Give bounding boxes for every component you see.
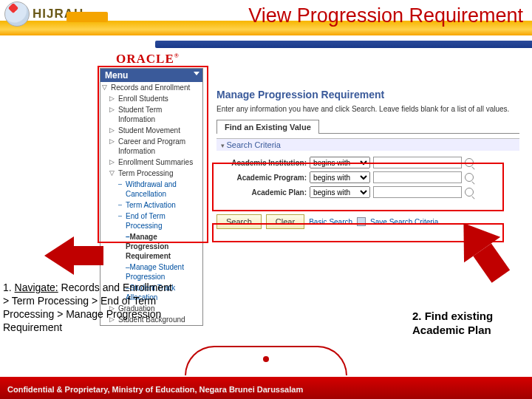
menu-item-5[interactable]: Enrollment Summaries	[100, 157, 202, 168]
clear-button[interactable]: Clear	[266, 214, 304, 229]
criteria-label: Academic Program:	[219, 174, 307, 182]
footer-ornament	[185, 346, 347, 375]
main-panel: Manage Progression Requirement Enter any…	[203, 68, 521, 326]
criteria-row-0: Academic Institution:begins with	[219, 157, 516, 168]
menu-item-7[interactable]: Withdrawal and Cancellation	[100, 179, 202, 200]
save-search-link[interactable]: Save Search Criteria	[370, 218, 438, 226]
slide-title: View Progression Requirement	[248, 4, 523, 27]
menu-item-1[interactable]: Enroll Students	[100, 93, 202, 104]
callout-note-1: 1. Navigate: Records and Enrollment > Te…	[3, 281, 180, 334]
oracle-logo: ORACLE®	[116, 52, 521, 66]
menu-item-10[interactable]: Manage Progression Requirement	[100, 231, 202, 262]
slide-header: HIJRAH View Progression Requirement	[0, 0, 532, 35]
menu-item-2[interactable]: Student Term Information	[100, 104, 202, 125]
lookup-icon[interactable]	[465, 188, 474, 197]
criteria-input[interactable]	[373, 171, 462, 183]
page-title: Manage Progression Requirement	[216, 89, 519, 100]
criteria-operator[interactable]: begins with	[310, 157, 370, 168]
logo-tagline	[66, 12, 108, 22]
arrow-callout-1	[44, 236, 74, 275]
save-icon	[357, 217, 366, 226]
criteria-label: Academic Plan:	[219, 188, 307, 197]
criteria-input[interactable]	[373, 186, 462, 198]
criteria-row-1: Academic Program:begins with	[219, 171, 516, 183]
callout-note-2: 2. Find existing Academic Plan	[412, 309, 523, 337]
criteria-label: Academic Institution:	[219, 159, 307, 167]
search-criteria-header[interactable]: Search Criteria	[216, 139, 519, 151]
search-button[interactable]: Search	[216, 214, 262, 229]
lookup-icon[interactable]	[465, 173, 474, 182]
criteria-row-2: Academic Plan:begins with	[219, 186, 516, 198]
slide-footer: Confidential & Proprietary, Ministry of …	[0, 361, 532, 399]
basic-search-link[interactable]: Basic Search	[309, 218, 352, 226]
divider-bar	[155, 41, 532, 48]
criteria-input[interactable]	[373, 157, 462, 168]
criteria-operator[interactable]: begins with	[310, 186, 370, 198]
menu-item-11[interactable]: Manage Student Progression	[100, 262, 202, 282]
criteria-operator[interactable]: begins with	[310, 171, 370, 183]
menu-item-4[interactable]: Career and Program Information	[100, 136, 202, 157]
menu-item-3[interactable]: Student Movement	[100, 125, 202, 136]
logo-emblem	[4, 1, 30, 27]
tab-find-existing[interactable]: Find an Existing Value	[216, 120, 319, 134]
menu-item-0[interactable]: Records and Enrollment	[100, 82, 202, 93]
page-instruction: Enter any information you have and click…	[216, 105, 519, 113]
menu-item-9[interactable]: End of Term Processing	[100, 211, 202, 231]
lookup-icon[interactable]	[465, 158, 474, 167]
menu-item-6[interactable]: Term Processing	[100, 168, 202, 179]
footer-text: Confidential & Proprietary, Ministry of …	[7, 385, 303, 394]
menu-item-8[interactable]: Term Activation	[100, 200, 202, 211]
menu-header[interactable]: Menu	[100, 69, 202, 82]
